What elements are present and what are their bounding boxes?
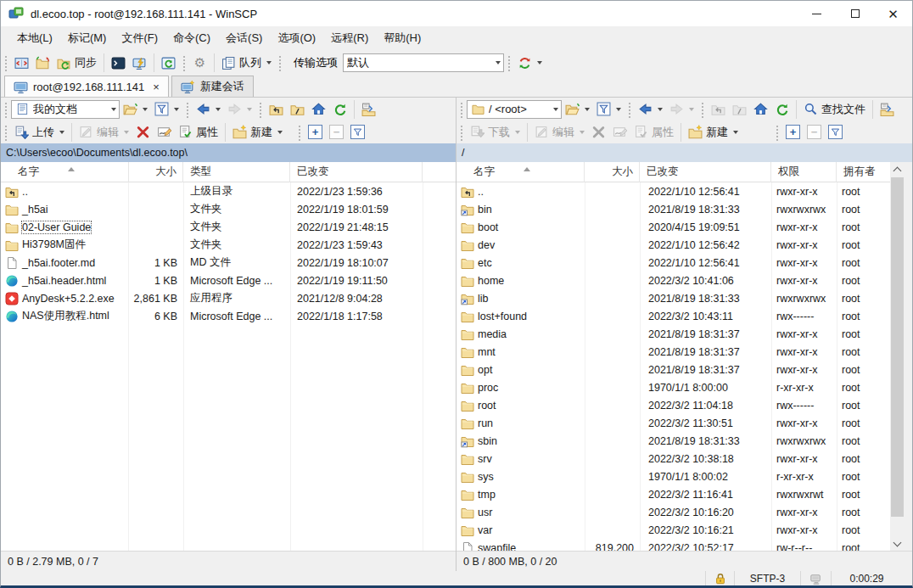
toolbar-grip[interactable]	[460, 124, 464, 141]
file-row[interactable]: media2021/8/19 18:31:37rwxr-xr-xroot	[456, 325, 890, 343]
file-row[interactable]: AnyDesk+5.2.2.exe2,861 KB应用程序2021/12/8 9…	[1, 289, 456, 307]
local-root-directory-button[interactable]	[287, 99, 308, 119]
maximize-button[interactable]	[836, 1, 874, 26]
local-edit-button[interactable]: 编辑	[76, 122, 132, 143]
file-row[interactable]: boot2020/4/15 19:09:51rwxr-xr-xroot	[456, 218, 890, 236]
minimize-button[interactable]	[798, 1, 836, 26]
remote-rename-button[interactable]	[609, 122, 630, 142]
menu-local[interactable]: 本地(L)	[9, 27, 60, 49]
toolbar-grip[interactable]	[4, 101, 8, 118]
local-header-size[interactable]: 大小	[129, 162, 183, 182]
local-selection-filter-button[interactable]	[347, 122, 368, 142]
menu-session[interactable]: 会话(S)	[218, 27, 270, 49]
file-row[interactable]: _h5ai.header.html1 KBMicrosoft Edge ...2…	[1, 272, 456, 289]
scrollbar-down-icon[interactable]	[890, 536, 905, 551]
file-row[interactable]: proc1970/1/1 8:00:00r-xr-xr-xroot	[456, 378, 890, 396]
remote-back-button[interactable]	[635, 99, 666, 119]
local-select-button[interactable]: +	[305, 122, 326, 142]
remote-header-name[interactable]: 名字	[456, 162, 585, 182]
toolbar-grip[interactable]	[182, 54, 187, 71]
toolbar-grip[interactable]	[259, 101, 263, 118]
local-back-button[interactable]	[193, 99, 224, 119]
resize-grip[interactable]	[902, 571, 912, 586]
file-row[interactable]: ..上级目录2022/1/23 1:59:36	[1, 182, 456, 200]
remote-forward-button[interactable]	[666, 99, 697, 119]
tab-session[interactable]: root@192.168.111.141 ×	[4, 76, 169, 97]
local-open-directory-button[interactable]	[120, 99, 151, 119]
file-row[interactable]: Hi3798M固件文件夹2022/1/23 1:59:43	[1, 236, 456, 254]
local-delete-button[interactable]	[132, 122, 154, 142]
file-row[interactable]: var2022/3/2 10:16:21rwxr-xr-xroot	[456, 521, 890, 539]
file-row[interactable]: sbin2021/8/19 18:31:33rwxrwxrwxroot	[456, 432, 890, 450]
remote-directory-combobox[interactable]: / <root>	[467, 100, 562, 119]
remote-parent-directory-button[interactable]	[708, 99, 729, 119]
toolbar-grip[interactable]	[776, 124, 780, 141]
toolbar-grip[interactable]	[4, 54, 8, 71]
local-unselect-button[interactable]: −	[326, 122, 347, 142]
file-row[interactable]: _h5ai.footer.md1 KBMD 文件2022/1/19 18:10:…	[1, 254, 456, 272]
find-files-button[interactable]: 查找文件	[800, 99, 869, 120]
menu-mark[interactable]: 标记(M)	[60, 27, 115, 49]
file-row[interactable]: ..2022/1/10 12:56:41rwxr-xr-xroot	[456, 182, 890, 200]
file-row[interactable]: sys1970/1/1 8:00:02r-xr-xr-xroot	[456, 468, 890, 485]
file-row[interactable]: lib2021/8/19 18:31:33rwxrwxrwxroot	[456, 289, 890, 307]
remote-root-directory-button[interactable]	[729, 99, 750, 119]
refresh-session-button[interactable]	[158, 53, 179, 73]
remote-scrollbar[interactable]	[890, 162, 905, 551]
local-forward-button[interactable]	[224, 99, 255, 119]
synchronize-browsing-button[interactable]	[32, 53, 53, 73]
remote-unselect-button[interactable]: −	[804, 122, 825, 142]
local-header-name[interactable]: 名字	[1, 162, 129, 182]
local-follow-symlinks-button[interactable]	[358, 99, 379, 119]
toolbar-grip[interactable]	[298, 124, 302, 141]
file-row[interactable]: tmp2022/3/2 11:16:41rwxrwxrwtroot	[456, 485, 890, 503]
remote-properties-button[interactable]: 属性	[630, 122, 677, 143]
local-parent-directory-button[interactable]	[266, 99, 287, 119]
file-row[interactable]: swapfile819,2002022/3/2 10:52:17rw-r--r-…	[456, 539, 890, 551]
local-home-button[interactable]	[308, 99, 329, 119]
compare-directories-button[interactable]	[11, 53, 32, 73]
remote-header-owner[interactable]: 拥有者	[837, 162, 890, 182]
toolbar-grip[interactable]	[460, 101, 464, 118]
tab-close-icon[interactable]: ×	[153, 81, 160, 93]
menu-remote[interactable]: 远程(R)	[323, 27, 376, 49]
transfer-settings-combobox[interactable]: 默认	[343, 53, 504, 72]
open-terminal-button[interactable]	[108, 53, 129, 73]
file-row[interactable]: opt2021/8/19 18:31:37rwxr-xr-xroot	[456, 361, 890, 378]
remote-open-directory-button[interactable]	[562, 99, 593, 119]
file-row[interactable]: NAS使用教程.html6 KBMicrosoft Edge ...2022/1…	[1, 307, 456, 325]
file-row[interactable]: root2022/3/2 11:04:18rwx------root	[456, 396, 890, 414]
file-row[interactable]: run2022/3/2 11:30:51rwxr-xr-xroot	[456, 414, 890, 432]
menu-help[interactable]: 帮助(H)	[376, 27, 428, 49]
session-color-button[interactable]	[514, 53, 546, 73]
toolbar-grip[interactable]	[4, 124, 8, 141]
download-button[interactable]: 下载	[467, 122, 524, 143]
open-console-button[interactable]	[129, 53, 150, 73]
local-properties-button[interactable]: 属性	[175, 122, 221, 143]
remote-follow-symlinks-button[interactable]	[877, 99, 898, 119]
remote-new-button[interactable]: 新建	[685, 122, 742, 143]
local-refresh-button[interactable]	[329, 99, 350, 119]
scrollbar-thumb[interactable]	[891, 177, 904, 517]
local-path-bar[interactable]: C:\Users\ecoo\Documents\dl.ecoo.top\	[1, 143, 456, 162]
file-row[interactable]: srv2022/3/2 10:38:18rwxr-xr-xroot	[456, 450, 890, 468]
preferences-button[interactable]: ⚙	[189, 53, 210, 73]
toolbar-grip[interactable]	[507, 54, 512, 71]
remote-header-changed[interactable]: 已改变	[640, 162, 771, 182]
upload-button[interactable]: 上传	[11, 122, 68, 143]
remote-path-bar[interactable]: /	[456, 143, 913, 162]
remote-header-perm[interactable]: 权限	[771, 162, 837, 182]
menu-command[interactable]: 命令(C)	[165, 27, 218, 49]
local-rename-button[interactable]	[154, 122, 175, 142]
local-new-button[interactable]: 新建	[229, 122, 286, 143]
remote-selection-filter-button[interactable]	[825, 122, 846, 142]
toolbar-grip[interactable]	[186, 101, 190, 118]
file-row[interactable]: mnt2021/8/19 18:31:37rwxr-xr-xroot	[456, 343, 890, 361]
file-row[interactable]: bin2021/8/19 18:31:33rwxrwxrwxroot	[456, 200, 890, 218]
remote-delete-button[interactable]	[588, 122, 609, 142]
queue-button[interactable]: 队列	[218, 53, 275, 73]
toolbar-grip[interactable]	[701, 101, 705, 118]
remote-header-size[interactable]: 大小	[585, 162, 640, 182]
remote-home-button[interactable]	[750, 99, 771, 119]
tab-new-session[interactable]: 新建会话	[171, 76, 254, 97]
